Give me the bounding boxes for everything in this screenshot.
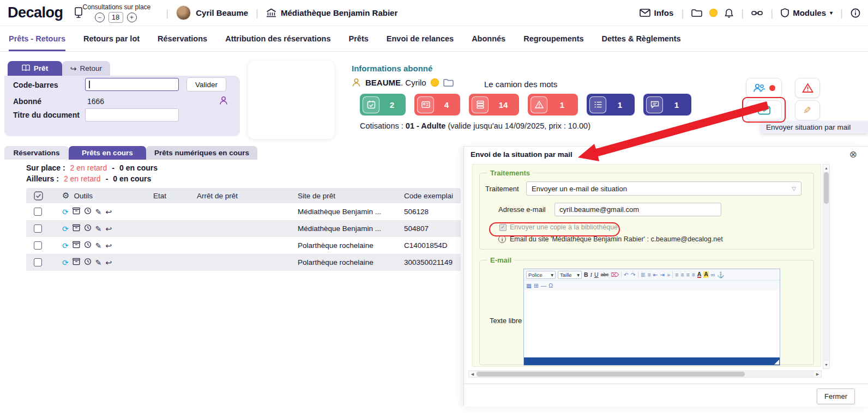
patron-links-button[interactable] — [746, 78, 782, 98]
table-row[interactable]: ⟳ ✎ ↩ Médiathèque Benjamin ... 504807 — [26, 220, 461, 237]
badge-calendar[interactable]: 2 — [360, 94, 406, 116]
size-select[interactable]: Taille▾ — [558, 271, 582, 279]
fermer-button[interactable]: Fermer — [817, 388, 855, 404]
editor-text-area[interactable] — [524, 290, 780, 357]
edit-patron-button[interactable]: ✎ — [795, 100, 820, 120]
increment-button[interactable]: + — [127, 13, 137, 22]
undo-icon[interactable]: ↩ — [105, 225, 112, 233]
insert-table-icon[interactable]: ⊞ — [534, 282, 539, 289]
row-checkbox[interactable] — [34, 224, 42, 233]
copy-checkbox[interactable]: ✓ — [499, 224, 507, 231]
text-color-button[interactable]: A — [697, 271, 702, 278]
blockquote-icon[interactable]: » — [667, 271, 670, 278]
font-select[interactable]: Police▾ — [526, 271, 556, 279]
folder-export-icon[interactable] — [691, 9, 702, 17]
renew-icon[interactable]: ⟳ — [62, 242, 69, 250]
alerts-button[interactable] — [795, 78, 820, 98]
highlight-color-button[interactable]: A — [703, 271, 709, 278]
archive-icon[interactable] — [73, 258, 80, 267]
undo-icon[interactable]: ↩ — [105, 208, 112, 216]
info-circle-icon[interactable] — [851, 8, 860, 18]
italic-button[interactable]: I — [590, 272, 593, 278]
history-clock-icon[interactable] — [84, 207, 92, 216]
underline-button[interactable]: U — [594, 271, 599, 278]
infos-button[interactable]: Infos — [640, 8, 674, 17]
copy-to-library-option[interactable]: ✓ Envoyer une copie à la bibliothèque — [499, 223, 808, 231]
redo-icon[interactable]: ↷ — [631, 271, 636, 278]
modules-menu[interactable]: Modules ▾ — [781, 8, 833, 17]
numbered-list-icon[interactable]: ≣ — [641, 271, 646, 278]
history-clock-icon[interactable] — [84, 224, 92, 233]
scrollbar-thumb[interactable] — [824, 172, 829, 204]
tab-prets-numeriques[interactable]: Prêts numériques en cours — [146, 146, 257, 160]
traitement-select[interactable]: Envoyer un e-mail de situation ▽ — [526, 181, 801, 196]
remove-format-icon[interactable]: ⌦ — [611, 271, 619, 278]
close-icon[interactable]: ⊗ — [849, 149, 857, 160]
email-input[interactable] — [554, 203, 721, 216]
select-all-checkbox[interactable] — [26, 191, 62, 201]
tab-prets-en-cours[interactable]: Prêts en cours — [69, 146, 146, 160]
nav-tab-attribution[interactable]: Attribution des réservations — [225, 26, 330, 51]
edit-icon[interactable]: ✎ — [95, 208, 102, 216]
strikethrough-button[interactable]: abc — [601, 272, 609, 277]
table-row[interactable]: ⟳ ✎ ↩ Médiathèque Benjamin ... 506128 — [26, 203, 461, 220]
nav-tab-reservations[interactable]: Réservations — [158, 26, 207, 51]
row-checkbox[interactable] — [34, 241, 42, 250]
row-checkbox[interactable] — [34, 258, 42, 266]
tab-pret[interactable]: Prêt — [8, 61, 62, 76]
nav-tab-dettes[interactable]: Dettes & Règlements — [602, 26, 681, 51]
badge-stack[interactable]: 14 — [469, 94, 519, 116]
nav-tab-abonnes[interactable]: Abonnés — [472, 26, 505, 51]
badge-chat[interactable]: 1 — [643, 94, 691, 116]
special-char-icon[interactable]: Ω — [548, 282, 553, 289]
folder-icon[interactable] — [443, 78, 454, 87]
outdent-icon[interactable]: ⇤ — [653, 271, 658, 278]
scroll-up-icon[interactable]: ▲ — [823, 165, 829, 172]
indent-icon[interactable]: ⇥ — [660, 271, 665, 278]
rich-text-editor[interactable]: Police▾ Taille▾ B I U abc ⌦ ↶ ↷ ≣ ≡ ⇤ — [523, 269, 780, 366]
table-row[interactable]: ⟳ ✎ ↩ Polarthèque rochelaine C14001854D — [26, 237, 461, 254]
current-site[interactable]: Médiathèque Benjamin Rabier — [266, 8, 397, 17]
align-left-icon[interactable]: ≡ — [675, 271, 678, 278]
nav-tab-prets-retours[interactable]: Prêts - Retours — [9, 26, 65, 51]
current-user[interactable]: Cyril Beaume — [176, 5, 248, 20]
link-icon[interactable]: ∞ — [711, 271, 715, 278]
scrollbar-thumb[interactable] — [477, 372, 745, 376]
history-clock-icon[interactable] — [84, 258, 92, 267]
user-avatar[interactable] — [176, 5, 191, 20]
barcode-input[interactable] — [85, 78, 179, 91]
renew-icon[interactable]: ⟳ — [62, 208, 69, 216]
insert-image-icon[interactable]: ▦ — [526, 282, 532, 289]
archive-icon[interactable] — [73, 207, 80, 216]
scroll-down-icon[interactable]: ▼ — [823, 361, 829, 368]
edit-icon[interactable]: ✎ — [95, 259, 102, 266]
align-center-icon[interactable]: ≡ — [680, 271, 684, 278]
table-row[interactable]: ⟳ ✎ ↩ Polarthèque rochelaine 30035002114… — [26, 254, 461, 271]
undo-icon[interactable]: ↩ — [105, 259, 112, 266]
archive-icon[interactable] — [73, 224, 80, 233]
edit-icon[interactable]: ✎ — [95, 225, 102, 233]
lightbulb-icon[interactable] — [431, 78, 439, 87]
titre-input[interactable] — [85, 108, 179, 122]
nav-tab-regroupements[interactable]: Regroupements — [523, 26, 583, 51]
bold-button[interactable]: B — [584, 271, 588, 278]
resize-handle-icon[interactable] — [774, 360, 779, 365]
horizontal-scrollbar[interactable]: ◀ ▶ — [468, 371, 822, 378]
align-justify-icon[interactable]: ≡ — [692, 271, 695, 278]
align-right-icon[interactable]: ≡ — [686, 271, 689, 278]
renew-icon[interactable]: ⟳ — [62, 259, 69, 266]
bullet-list-icon[interactable]: ≡ — [648, 271, 651, 278]
lightbulb-icon[interactable] — [709, 9, 718, 17]
scroll-left-icon[interactable]: ◀ — [469, 371, 476, 377]
nav-tab-relances[interactable]: Envoi de relances — [387, 26, 454, 51]
archive-icon[interactable] — [73, 241, 80, 250]
scroll-right-icon[interactable]: ▶ — [814, 371, 821, 377]
undo-icon[interactable]: ↩ — [105, 242, 112, 250]
badge-warning[interactable]: 1 — [528, 94, 578, 116]
vertical-scrollbar[interactable]: ▲ ▼ — [823, 164, 830, 369]
nav-tab-retours-par-lot[interactable]: Retours par lot — [83, 26, 140, 51]
badge-list[interactable]: 1 — [587, 94, 635, 116]
valider-button[interactable]: Valider — [186, 77, 226, 92]
edit-icon[interactable]: ✎ — [95, 242, 102, 250]
decrement-button[interactable]: − — [95, 13, 105, 22]
